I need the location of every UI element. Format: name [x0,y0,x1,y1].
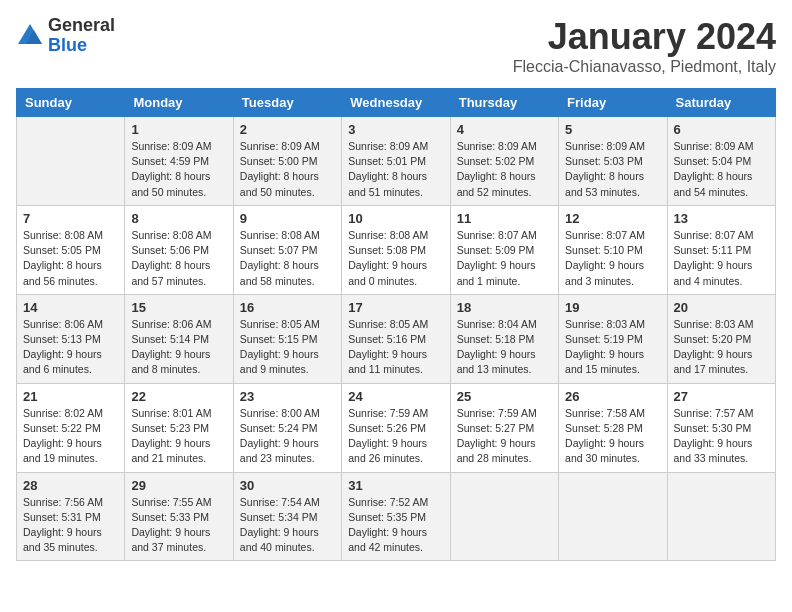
daylight-text: Daylight: 9 hours and 42 minutes. [348,526,427,553]
header-saturday: Saturday [667,89,775,117]
day-number: 25 [457,389,552,404]
sunrise-text: Sunrise: 8:09 AM [240,140,320,152]
table-row: 28 Sunrise: 7:56 AM Sunset: 5:31 PM Dayl… [17,472,125,561]
daylight-text: Daylight: 9 hours and 17 minutes. [674,348,753,375]
sunset-text: Sunset: 5:30 PM [674,422,752,434]
daylight-text: Daylight: 9 hours and 30 minutes. [565,437,644,464]
sunrise-text: Sunrise: 8:09 AM [131,140,211,152]
calendar-week-row: 14 Sunrise: 8:06 AM Sunset: 5:13 PM Dayl… [17,294,776,383]
daylight-text: Daylight: 8 hours and 51 minutes. [348,170,427,197]
header-monday: Monday [125,89,233,117]
table-row: 7 Sunrise: 8:08 AM Sunset: 5:05 PM Dayli… [17,205,125,294]
table-row: 6 Sunrise: 8:09 AM Sunset: 5:04 PM Dayli… [667,117,775,206]
day-number: 7 [23,211,118,226]
day-info: Sunrise: 7:59 AM Sunset: 5:26 PM Dayligh… [348,406,443,467]
sunset-text: Sunset: 5:35 PM [348,511,426,523]
sunrise-text: Sunrise: 8:03 AM [674,318,754,330]
daylight-text: Daylight: 8 hours and 53 minutes. [565,170,644,197]
day-number: 4 [457,122,552,137]
daylight-text: Daylight: 9 hours and 9 minutes. [240,348,319,375]
daylight-text: Daylight: 9 hours and 1 minute. [457,259,536,286]
day-info: Sunrise: 8:00 AM Sunset: 5:24 PM Dayligh… [240,406,335,467]
day-number: 9 [240,211,335,226]
header-sunday: Sunday [17,89,125,117]
location-title: Fleccia-Chianavasso, Piedmont, Italy [513,58,776,76]
table-row: 25 Sunrise: 7:59 AM Sunset: 5:27 PM Dayl… [450,383,558,472]
table-row [17,117,125,206]
table-row: 19 Sunrise: 8:03 AM Sunset: 5:19 PM Dayl… [559,294,667,383]
day-info: Sunrise: 8:02 AM Sunset: 5:22 PM Dayligh… [23,406,118,467]
day-info: Sunrise: 8:07 AM Sunset: 5:11 PM Dayligh… [674,228,769,289]
daylight-text: Daylight: 9 hours and 19 minutes. [23,437,102,464]
logo-icon [16,22,44,50]
daylight-text: Daylight: 8 hours and 57 minutes. [131,259,210,286]
sunrise-text: Sunrise: 8:06 AM [131,318,211,330]
sunset-text: Sunset: 5:18 PM [457,333,535,345]
daylight-text: Daylight: 9 hours and 0 minutes. [348,259,427,286]
sunrise-text: Sunrise: 8:05 AM [240,318,320,330]
table-row: 16 Sunrise: 8:05 AM Sunset: 5:15 PM Dayl… [233,294,341,383]
sunrise-text: Sunrise: 7:54 AM [240,496,320,508]
day-info: Sunrise: 7:54 AM Sunset: 5:34 PM Dayligh… [240,495,335,556]
day-info: Sunrise: 8:06 AM Sunset: 5:14 PM Dayligh… [131,317,226,378]
header-thursday: Thursday [450,89,558,117]
day-number: 26 [565,389,660,404]
sunrise-text: Sunrise: 7:57 AM [674,407,754,419]
sunrise-text: Sunrise: 8:05 AM [348,318,428,330]
sunset-text: Sunset: 5:23 PM [131,422,209,434]
table-row: 11 Sunrise: 8:07 AM Sunset: 5:09 PM Dayl… [450,205,558,294]
day-number: 6 [674,122,769,137]
day-info: Sunrise: 8:07 AM Sunset: 5:09 PM Dayligh… [457,228,552,289]
sunset-text: Sunset: 5:10 PM [565,244,643,256]
sunset-text: Sunset: 5:05 PM [23,244,101,256]
sunrise-text: Sunrise: 8:08 AM [131,229,211,241]
daylight-text: Daylight: 9 hours and 4 minutes. [674,259,753,286]
day-number: 28 [23,478,118,493]
sunset-text: Sunset: 5:03 PM [565,155,643,167]
daylight-text: Daylight: 9 hours and 15 minutes. [565,348,644,375]
day-info: Sunrise: 8:03 AM Sunset: 5:20 PM Dayligh… [674,317,769,378]
day-number: 27 [674,389,769,404]
sunrise-text: Sunrise: 7:55 AM [131,496,211,508]
daylight-text: Daylight: 8 hours and 50 minutes. [131,170,210,197]
daylight-text: Daylight: 8 hours and 50 minutes. [240,170,319,197]
sunrise-text: Sunrise: 7:59 AM [348,407,428,419]
daylight-text: Daylight: 9 hours and 35 minutes. [23,526,102,553]
daylight-text: Daylight: 8 hours and 54 minutes. [674,170,753,197]
page-header: General Blue January 2024 Fleccia-Chiana… [16,16,776,76]
day-number: 22 [131,389,226,404]
day-info: Sunrise: 8:09 AM Sunset: 5:01 PM Dayligh… [348,139,443,200]
sunset-text: Sunset: 5:06 PM [131,244,209,256]
daylight-text: Daylight: 9 hours and 26 minutes. [348,437,427,464]
day-number: 10 [348,211,443,226]
table-row: 20 Sunrise: 8:03 AM Sunset: 5:20 PM Dayl… [667,294,775,383]
sunset-text: Sunset: 5:15 PM [240,333,318,345]
daylight-text: Daylight: 9 hours and 8 minutes. [131,348,210,375]
table-row: 17 Sunrise: 8:05 AM Sunset: 5:16 PM Dayl… [342,294,450,383]
daylight-text: Daylight: 8 hours and 52 minutes. [457,170,536,197]
sunset-text: Sunset: 5:19 PM [565,333,643,345]
day-info: Sunrise: 8:05 AM Sunset: 5:15 PM Dayligh… [240,317,335,378]
table-row: 9 Sunrise: 8:08 AM Sunset: 5:07 PM Dayli… [233,205,341,294]
header-tuesday: Tuesday [233,89,341,117]
calendar-table: Sunday Monday Tuesday Wednesday Thursday… [16,88,776,561]
calendar-week-row: 28 Sunrise: 7:56 AM Sunset: 5:31 PM Dayl… [17,472,776,561]
table-row: 10 Sunrise: 8:08 AM Sunset: 5:08 PM Dayl… [342,205,450,294]
day-number: 12 [565,211,660,226]
day-number: 8 [131,211,226,226]
sunset-text: Sunset: 5:34 PM [240,511,318,523]
table-row: 24 Sunrise: 7:59 AM Sunset: 5:26 PM Dayl… [342,383,450,472]
calendar-week-row: 7 Sunrise: 8:08 AM Sunset: 5:05 PM Dayli… [17,205,776,294]
logo-general: General [48,16,115,36]
month-title: January 2024 [513,16,776,58]
sunset-text: Sunset: 5:22 PM [23,422,101,434]
sunset-text: Sunset: 5:11 PM [674,244,752,256]
daylight-text: Daylight: 9 hours and 6 minutes. [23,348,102,375]
table-row: 2 Sunrise: 8:09 AM Sunset: 5:00 PM Dayli… [233,117,341,206]
day-number: 2 [240,122,335,137]
sunset-text: Sunset: 5:00 PM [240,155,318,167]
day-number: 11 [457,211,552,226]
sunrise-text: Sunrise: 7:52 AM [348,496,428,508]
day-number: 29 [131,478,226,493]
day-info: Sunrise: 8:09 AM Sunset: 5:00 PM Dayligh… [240,139,335,200]
